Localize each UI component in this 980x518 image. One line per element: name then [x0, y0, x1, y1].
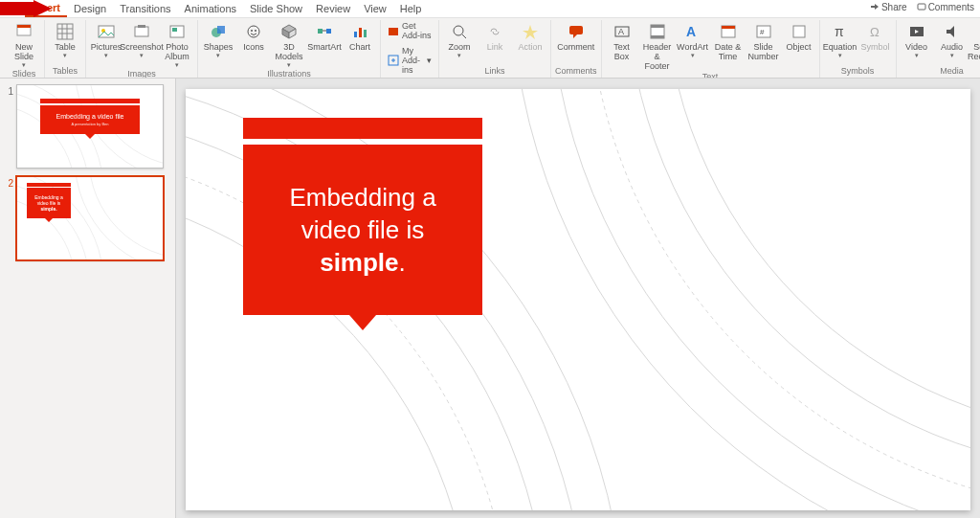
video-button[interactable]: Video▾ [901, 20, 933, 58]
wordart-button[interactable]: AWordArt▾ [677, 20, 709, 58]
comments-button[interactable]: Comments [917, 2, 974, 12]
group-images: Pictures▾ Screenshot▾ Photo Album▾ Image… [86, 20, 198, 78]
svg-rect-11 [135, 27, 148, 36]
smartart-icon [315, 22, 334, 41]
wordart-icon: A [683, 22, 702, 41]
thumb2-l3: simple. [29, 206, 69, 212]
screenshot-button[interactable]: Screenshot▾ [125, 20, 158, 58]
svg-point-17 [248, 26, 259, 37]
group-label-links: Links [484, 65, 504, 78]
slide-number-button[interactable]: #Slide Number [747, 20, 780, 61]
group-symbols: πEquation▾ ΩSymbol Symbols [820, 20, 897, 78]
slide-text-line1: Embedding a [289, 181, 435, 214]
svg-rect-1 [918, 4, 925, 10]
svg-rect-40 [651, 35, 664, 38]
tab-review[interactable]: Review [309, 1, 357, 16]
svg-point-63 [89, 177, 163, 259]
slide-canvas-area: Embedding a video file is simple. [176, 79, 980, 518]
link-icon [485, 22, 504, 41]
comment-bubble-icon [567, 22, 586, 41]
tab-design[interactable]: Design [67, 1, 113, 16]
store-icon [388, 24, 399, 37]
group-label-illustrations: Illustrations [267, 68, 311, 79]
audio-button[interactable]: Audio▾ [936, 20, 969, 58]
group-label-images: Images [127, 68, 156, 79]
zoom-button[interactable]: Zoom▾ [443, 20, 476, 58]
table-icon [56, 22, 75, 41]
svg-text:#: # [760, 28, 765, 36]
photo-album-button[interactable]: Photo Album▾ [161, 20, 193, 68]
svg-marker-0 [0, 0, 52, 17]
group-media: Video▾ Audio▾ Screen Recording Media [897, 20, 980, 78]
svg-marker-33 [523, 25, 538, 39]
svg-rect-28 [364, 30, 367, 37]
svg-rect-39 [651, 25, 664, 28]
callout-shape[interactable]: Embedding a video file is simple. [243, 118, 482, 315]
screenshot-icon [132, 22, 151, 41]
date-icon [719, 22, 738, 41]
svg-text:A: A [686, 24, 696, 39]
icons-icon [244, 22, 263, 41]
pictures-button[interactable]: Pictures▾ [90, 20, 122, 58]
3d-models-button[interactable]: 3D Models▾ [273, 20, 305, 68]
table-button[interactable]: Table▾ [49, 20, 81, 58]
new-slide-button[interactable]: New Slide▾ [8, 20, 40, 68]
slide-thumbnail-panel: 1 Embedding a video file A presentation … [0, 79, 176, 518]
comment-icon [917, 3, 926, 12]
get-addins-button[interactable]: Get Add-ins [385, 20, 434, 41]
shapes-button[interactable]: Shapes▾ [202, 20, 234, 58]
group-label-tables: Tables [53, 65, 78, 78]
svg-rect-26 [354, 32, 357, 37]
group-addins: Get Add-ins My Add-ins▾ Add-ins [381, 20, 439, 78]
group-label-slides: Slides [12, 68, 36, 79]
svg-point-19 [255, 30, 256, 32]
comment-button[interactable]: Comment [560, 20, 592, 52]
slide-text-line2: video file is [301, 214, 425, 246]
equation-button[interactable]: πEquation▾ [824, 20, 857, 58]
group-illustrations: Shapes▾ Icons 3D Models▾ SmartArt Chart … [198, 20, 381, 78]
smartart-button[interactable]: SmartArt [308, 20, 341, 52]
icons-button[interactable]: Icons [237, 20, 270, 52]
svg-rect-14 [172, 28, 177, 32]
svg-point-71 [588, 89, 970, 510]
tab-view[interactable]: View [357, 1, 393, 16]
svg-point-72 [626, 89, 970, 472]
ribbon: New Slide▾ Slides Table▾ Tables Pictures… [0, 18, 980, 79]
tab-slideshow[interactable]: Slide Show [243, 1, 309, 16]
object-icon [790, 22, 809, 41]
zoom-icon [450, 22, 469, 41]
tab-help[interactable]: Help [393, 1, 429, 16]
screen-recording-button[interactable]: Screen Recording [971, 20, 980, 61]
cube-icon [279, 22, 299, 41]
symbol-icon: Ω [866, 22, 885, 41]
group-label-text: Text [702, 71, 719, 79]
svg-rect-27 [359, 28, 362, 37]
svg-text:Ω: Ω [870, 25, 880, 39]
slide-text-line3: simple. [320, 246, 406, 279]
slide-thumbnail-2[interactable]: Embedding a video file is simple. [16, 176, 164, 260]
slide-thumbnail-1[interactable]: Embedding a video file A presentation by… [16, 84, 164, 169]
addins-icon [388, 54, 399, 67]
svg-point-31 [454, 26, 463, 35]
tab-animations[interactable]: Animations [178, 1, 243, 16]
chart-button[interactable]: Chart [344, 20, 376, 52]
group-comments: Comment Comments [551, 20, 602, 78]
group-label-comments: Comments [555, 65, 597, 78]
text-box-icon: A [612, 22, 632, 41]
text-box-button[interactable]: AText Box [606, 20, 638, 61]
header-footer-button[interactable]: Header & Footer [641, 20, 674, 71]
ribbon-tab-bar: File Insert Design Transitions Animation… [0, 0, 980, 18]
shapes-icon [209, 22, 228, 41]
svg-rect-12 [138, 25, 145, 28]
group-links: Zoom▾ Link Action Links [439, 20, 551, 78]
date-time-button[interactable]: Date & Time [712, 20, 745, 61]
my-addins-button[interactable]: My Add-ins▾ [385, 45, 434, 76]
share-button[interactable]: Share [870, 2, 907, 12]
group-tables: Table▾ Tables [45, 20, 86, 78]
svg-rect-16 [217, 26, 225, 34]
svg-rect-24 [326, 29, 331, 34]
object-button[interactable]: Object [783, 20, 815, 52]
svg-point-62 [75, 177, 163, 259]
tab-transitions[interactable]: Transitions [113, 1, 177, 16]
slide-canvas[interactable]: Embedding a video file is simple. [186, 89, 970, 510]
